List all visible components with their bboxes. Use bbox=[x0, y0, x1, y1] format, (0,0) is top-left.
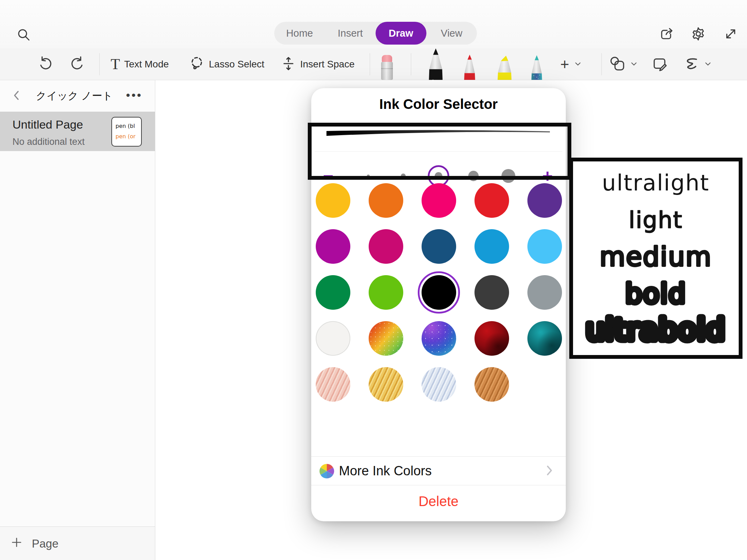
settings-button[interactable] bbox=[690, 26, 706, 42]
redo-icon bbox=[70, 56, 85, 73]
scribble-icon bbox=[682, 55, 699, 74]
weight-sample-bold: bold bbox=[625, 278, 686, 309]
ink-color-silver[interactable] bbox=[422, 367, 456, 402]
ribbon-tab-bar: Home Insert Draw View bbox=[274, 22, 477, 45]
tab-view[interactable]: View bbox=[426, 22, 477, 45]
increase-size-button[interactable]: + bbox=[542, 167, 553, 185]
tab-draw[interactable]: Draw bbox=[376, 22, 426, 45]
ink-color-selector-popup: Ink Color Selector − + bbox=[311, 88, 566, 521]
pen-red-icon bbox=[460, 54, 479, 80]
ink-color-orange[interactable] bbox=[369, 183, 403, 218]
highlighter-yellow[interactable] bbox=[492, 55, 517, 80]
ink-color-gold-foil[interactable] bbox=[369, 367, 403, 402]
size-dot-40[interactable] bbox=[501, 169, 515, 183]
ink-replay-button[interactable] bbox=[682, 48, 712, 80]
ink-color-blue[interactable] bbox=[474, 229, 509, 264]
fullscreen-button[interactable] bbox=[723, 26, 739, 42]
chevron-left-icon bbox=[11, 90, 22, 101]
pencil-galaxy-icon bbox=[528, 55, 546, 80]
stroke-weight-samples-box: ultralightlightmediumboldultrabold bbox=[569, 158, 743, 359]
ink-color-white[interactable] bbox=[316, 321, 350, 356]
ink-color-red[interactable] bbox=[474, 183, 509, 218]
weight-sample-ultrabold: ultrabold bbox=[586, 312, 726, 347]
thumbnail-ink-line: pen (or bbox=[116, 131, 141, 142]
insert-space-button[interactable]: Insert Space bbox=[281, 48, 354, 80]
ink-to-text-button[interactable] bbox=[652, 48, 667, 80]
ink-color-sky-blue[interactable] bbox=[527, 229, 562, 264]
toolbar-divider bbox=[370, 53, 370, 75]
lasso-select-button[interactable]: Lasso Select bbox=[189, 48, 264, 80]
ink-color-rose-gold[interactable] bbox=[316, 367, 350, 402]
tab-home[interactable]: Home bbox=[274, 22, 325, 45]
expand-icon bbox=[723, 27, 738, 41]
text-mode-button[interactable]: T Text Mode bbox=[111, 48, 169, 80]
lasso-select-label: Lasso Select bbox=[209, 59, 264, 70]
undo-button[interactable] bbox=[37, 48, 53, 80]
tab-insert[interactable]: Insert bbox=[325, 22, 376, 45]
shapes-icon bbox=[609, 56, 625, 73]
highlighter-icon bbox=[494, 55, 515, 80]
eraser-tool[interactable] bbox=[375, 54, 399, 80]
pencil-galaxy[interactable] bbox=[526, 55, 548, 80]
add-pen-button[interactable]: + bbox=[560, 48, 582, 80]
redo-button[interactable] bbox=[70, 48, 85, 80]
ink-color-lime-green[interactable] bbox=[369, 275, 403, 310]
text-mode-icon: T bbox=[111, 57, 120, 72]
pen-black-selected[interactable] bbox=[424, 48, 448, 80]
delete-pen-button[interactable]: Delete bbox=[311, 485, 566, 517]
ink-color-red-marble[interactable] bbox=[474, 321, 509, 356]
plus-icon: + bbox=[560, 48, 569, 80]
ink-color-raspberry[interactable] bbox=[369, 229, 403, 264]
search-button[interactable] bbox=[16, 27, 31, 42]
share-button[interactable] bbox=[659, 26, 675, 42]
more-ink-colors-row[interactable]: More Ink Colors bbox=[311, 457, 566, 485]
size-dot-8[interactable] bbox=[367, 175, 370, 177]
ink-color-rainbow-glitter[interactable] bbox=[369, 321, 403, 356]
insert-space-icon bbox=[281, 56, 296, 73]
size-dot-22[interactable] bbox=[435, 172, 442, 180]
stroke-width-preview bbox=[325, 125, 552, 141]
page-subtitle: No additional text bbox=[12, 137, 85, 147]
toolbar-divider bbox=[601, 53, 602, 75]
popup-title: Ink Color Selector bbox=[311, 96, 566, 112]
notebook-title: クイック ノート bbox=[31, 80, 118, 111]
page-title: Untitled Page bbox=[12, 118, 83, 131]
ink-color-navy-blue[interactable] bbox=[422, 229, 456, 264]
pen-red[interactable] bbox=[459, 54, 481, 80]
ink-color-purple[interactable] bbox=[527, 183, 562, 218]
ink-color-galaxy[interactable] bbox=[422, 321, 456, 356]
ink-color-magenta[interactable] bbox=[316, 229, 350, 264]
plus-icon bbox=[10, 536, 23, 551]
add-page-button[interactable]: Page bbox=[10, 527, 58, 560]
text-mode-label: Text Mode bbox=[124, 59, 169, 70]
shapes-button[interactable] bbox=[609, 48, 638, 80]
page-list-item-selected[interactable]: Untitled Page No additional text pen (bl… bbox=[0, 112, 155, 151]
size-dot-30[interactable] bbox=[468, 171, 479, 181]
ink-color-black[interactable] bbox=[422, 275, 456, 310]
toolbar-divider bbox=[99, 53, 100, 75]
ink-color-yellow[interactable] bbox=[316, 183, 350, 218]
ink-color-green[interactable] bbox=[316, 275, 350, 310]
sidebar-header: クイック ノート ••• bbox=[0, 80, 155, 111]
ink-color-gray[interactable] bbox=[527, 275, 562, 310]
undo-icon bbox=[37, 56, 53, 73]
back-button[interactable] bbox=[10, 88, 24, 102]
search-icon bbox=[16, 27, 31, 42]
draw-toolbar: T Text Mode Lasso Select Insert Space bbox=[0, 48, 747, 80]
chevron-down-icon bbox=[573, 59, 582, 69]
chevron-right-icon bbox=[543, 464, 555, 478]
more-options-button[interactable]: ••• bbox=[126, 80, 142, 110]
ink-color-pink[interactable] bbox=[422, 183, 456, 218]
lasso-icon bbox=[189, 56, 205, 73]
thumbnail-ink-line: pen (bl bbox=[116, 121, 141, 131]
weight-sample-light: light bbox=[629, 207, 683, 233]
eraser-icon bbox=[377, 54, 397, 80]
chevron-down-icon bbox=[629, 59, 638, 69]
ink-color-dark-gray[interactable] bbox=[474, 275, 509, 310]
ink-color-teal-marble[interactable] bbox=[527, 321, 562, 356]
sidebar-footer: Page bbox=[0, 526, 155, 560]
ink-color-bronze[interactable] bbox=[474, 367, 509, 402]
size-dot-14[interactable] bbox=[401, 174, 406, 178]
handwriting-samples: ultralightlightmediumboldultrabold bbox=[573, 161, 739, 355]
insert-space-label: Insert Space bbox=[300, 59, 354, 70]
